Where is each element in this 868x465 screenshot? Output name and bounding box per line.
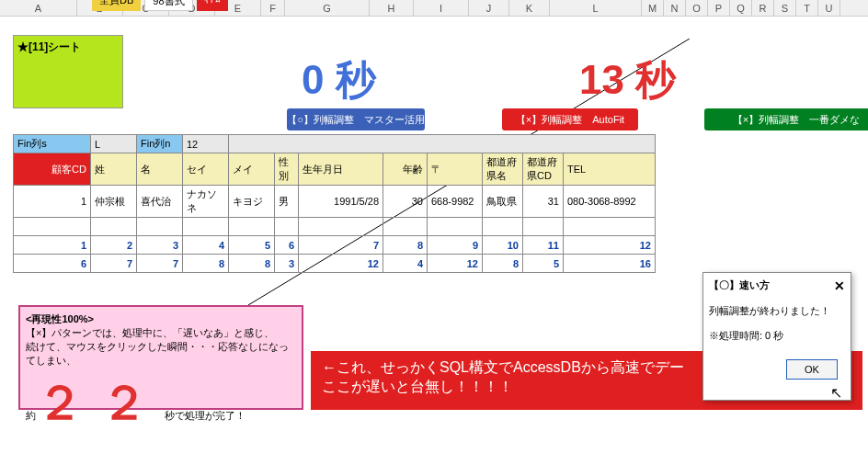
- col-header-A[interactable]: A: [0, 0, 77, 16]
- reproducibility-note: <再現性100%> 【×】パターンでは、処理中に、「遅いなあ」と感じ、 続けて、…: [18, 305, 303, 410]
- col-header-J[interactable]: J: [469, 0, 509, 16]
- sheet-tabs[interactable]: 全員DB 98書式 ｷﾄﾑ: [92, 0, 228, 11]
- col-header-M[interactable]: M: [642, 0, 664, 16]
- sheet-label-green: ★[11]シート: [13, 35, 123, 108]
- message-dialog: 【〇】速い方 ✕ 列幅調整が終わりました！ ※処理時間: 0 秒 OK: [702, 272, 851, 401]
- dialog-body: 列幅調整が終わりました！: [709, 304, 845, 318]
- close-icon[interactable]: ✕: [834, 278, 845, 293]
- col-header-K[interactable]: K: [509, 0, 550, 16]
- col-adjust-master-button[interactable]: 【○】列幅調整 マスター活用: [287, 108, 425, 130]
- col-header-Q[interactable]: Q: [730, 0, 752, 16]
- col-header-O[interactable]: O: [686, 0, 708, 16]
- definition-row: Fin列s L Fin列n 12: [14, 135, 656, 153]
- dialog-time: ※処理時間: 0 秒: [709, 329, 845, 343]
- customer-table: Fin列s L Fin列n 12 顧客CD 姓 名 セイ メイ 性別 生年月日 …: [13, 134, 656, 273]
- col-header-R[interactable]: R: [752, 0, 774, 16]
- dialog-title: 【〇】速い方: [709, 278, 770, 293]
- timer-0-sec: 0 秒: [302, 53, 376, 108]
- header-row: 顧客CD 姓 名 セイ メイ 性別 生年月日 年齢 〒 都道府県名 都道府県CD…: [14, 153, 656, 186]
- fin-col-s-label: Fin列s: [14, 135, 91, 153]
- sheet-tab-3[interactable]: ｷﾄﾑ: [197, 0, 228, 11]
- data-row-1[interactable]: 1 仲宗根 喜代治 ナカソネ キヨジ 男 1991/5/28 30 668-99…: [14, 186, 656, 218]
- col-header-S[interactable]: S: [774, 0, 796, 16]
- ok-button[interactable]: OK: [786, 359, 838, 380]
- fin-col-n-label: Fin列n: [137, 135, 183, 153]
- empty-row[interactable]: [14, 218, 656, 236]
- big-22-number: ２２: [36, 376, 165, 429]
- col-header-U[interactable]: U: [818, 0, 840, 16]
- col-header-T[interactable]: T: [796, 0, 818, 16]
- sheet-tab-2[interactable]: 98書式: [144, 0, 192, 11]
- col-header-G[interactable]: G: [285, 0, 370, 16]
- mouse-cursor-icon: ↖: [830, 384, 842, 402]
- sheet-tab-1[interactable]: 全員DB: [92, 0, 141, 11]
- col-header-P[interactable]: P: [708, 0, 730, 16]
- col-header-F[interactable]: F: [261, 0, 285, 16]
- col-header-I[interactable]: I: [414, 0, 469, 16]
- col-header-H[interactable]: H: [370, 0, 414, 16]
- number-row-2[interactable]: 677883124128516: [14, 255, 656, 273]
- col-header-N[interactable]: N: [664, 0, 686, 16]
- col-header-L[interactable]: L: [550, 0, 642, 16]
- number-row-1[interactable]: 123456789101112: [14, 236, 656, 255]
- col-adjust-autofit-button[interactable]: 【×】列幅調整 AutoFit: [502, 108, 638, 130]
- col-adjust-worst-button[interactable]: 【×】列幅調整 一番ダメな: [704, 108, 868, 130]
- timer-13-sec: 13 秒: [579, 53, 676, 108]
